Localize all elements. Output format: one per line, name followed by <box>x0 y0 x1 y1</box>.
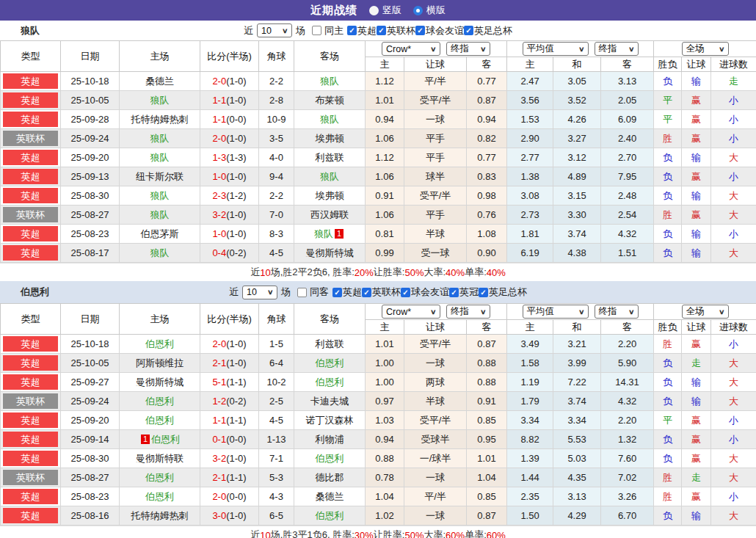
home-team-name[interactable]: 狼队 <box>150 152 170 163</box>
away-team-name[interactable]: 狼队 <box>320 76 339 87</box>
league-filter[interactable]: ✓英超 <box>347 24 377 37</box>
home-team-cell[interactable]: 曼彻斯特联 <box>120 449 200 468</box>
layout-radio-vertical[interactable]: 竖版 <box>369 4 401 17</box>
home-team-cell[interactable]: 伯恩利 <box>120 335 200 354</box>
away-team-name[interactable]: 埃弗顿 <box>316 133 344 144</box>
home-team-cell[interactable]: 曼彻斯特城 <box>120 373 200 392</box>
home-team-name[interactable]: 曼彻斯特城 <box>136 377 183 388</box>
away-team-name[interactable]: 伯恩利 <box>316 510 344 521</box>
away-team-cell[interactable]: 利兹联 <box>294 335 366 354</box>
checkbox-checked-icon[interactable]: ✓ <box>479 288 488 297</box>
fulltime-select[interactable]: 全场∨ <box>682 305 729 319</box>
league-filter[interactable]: ✓英联杯 <box>362 286 401 299</box>
checkbox-checked-icon[interactable]: ✓ <box>449 288 459 297</box>
checkbox-checked-icon[interactable]: ✓ <box>362 288 371 297</box>
away-team-cell[interactable]: 利兹联 <box>294 148 366 167</box>
home-team-cell[interactable]: 伯恩利 <box>120 411 200 430</box>
home-team-name[interactable]: 伯恩利 <box>145 338 174 349</box>
home-team-name[interactable]: 桑德兰 <box>145 76 174 87</box>
away-team-cell[interactable]: 德比郡 <box>294 468 366 487</box>
home-team-name[interactable]: 狼队 <box>150 190 170 201</box>
checkbox-unchecked-icon[interactable] <box>297 288 307 297</box>
match-count-select[interactable]: 10 ∨ <box>257 23 292 37</box>
league-filter[interactable]: ✓英足总杯 <box>464 24 512 37</box>
team-name[interactable]: 狼队 <box>21 24 40 37</box>
home-team-cell[interactable]: 阿斯顿维拉 <box>120 354 200 373</box>
home-team-name[interactable]: 伯恩利 <box>145 396 174 407</box>
away-team-cell[interactable]: 伯恩利 <box>294 449 366 468</box>
away-team-name[interactable]: 伯恩利 <box>316 377 344 388</box>
home-team-cell[interactable]: 伯恩利 <box>120 487 200 506</box>
home-team-cell[interactable]: 桑德兰 <box>120 72 200 91</box>
away-team-name[interactable]: 曼彻斯特城 <box>306 247 354 258</box>
home-team-name[interactable]: 伯恩利 <box>145 415 174 426</box>
fulltime-select[interactable]: 全场∨ <box>682 42 729 56</box>
home-team-name[interactable]: 伯恩利 <box>145 472 174 483</box>
bookmaker-select[interactable]: Crow*∨ <box>382 42 440 56</box>
home-team-cell[interactable]: 托特纳姆热刺 <box>120 506 200 526</box>
away-team-name[interactable]: 伯恩利 <box>316 453 344 464</box>
home-team-cell[interactable]: 狼队 <box>120 186 200 206</box>
home-team-cell[interactable]: 伯恩利 <box>120 468 200 487</box>
average-stage-select[interactable]: 终指∨ <box>595 42 639 56</box>
home-team-name[interactable]: 狼队 <box>150 247 170 258</box>
team-name[interactable]: 伯恩利 <box>21 286 49 299</box>
away-team-name[interactable]: 伯恩利 <box>316 357 344 368</box>
home-team-name[interactable]: 曼彻斯特联 <box>136 453 183 464</box>
away-team-name[interactable]: 利物浦 <box>316 434 344 445</box>
average-select[interactable]: 平均值∨ <box>523 305 589 319</box>
home-team-name[interactable]: 托特纳姆热刺 <box>131 510 189 521</box>
home-team-name[interactable]: 狼队 <box>150 209 170 220</box>
home-team-cell[interactable]: 狼队 <box>120 91 200 110</box>
league-filter[interactable]: ✓英超 <box>332 286 362 299</box>
away-team-cell[interactable]: 埃弗顿 <box>294 129 366 148</box>
away-team-name[interactable]: 德比郡 <box>316 472 344 483</box>
away-team-name[interactable]: 狼队 <box>320 114 339 125</box>
home-team-name[interactable]: 伯恩茅斯 <box>141 228 179 239</box>
away-team-cell[interactable]: 狼队 <box>294 167 366 186</box>
checkbox-unchecked-icon[interactable] <box>312 26 321 35</box>
away-team-name[interactable]: 诺丁汉森林 <box>306 415 354 426</box>
away-team-cell[interactable]: 埃弗顿 <box>294 186 366 206</box>
checkbox-checked-icon[interactable]: ✓ <box>415 26 425 35</box>
home-team-name[interactable]: 伯恩利 <box>145 491 174 502</box>
league-filter[interactable]: ✓球会友谊 <box>401 286 449 299</box>
home-team-cell[interactable]: 狼队 <box>120 129 200 148</box>
home-team-cell[interactable]: 伯恩茅斯 <box>120 225 200 244</box>
home-team-cell[interactable]: 纽卡斯尔联 <box>120 167 200 186</box>
odds-stage-select[interactable]: 终指∨ <box>446 42 490 56</box>
away-team-cell[interactable]: 卡迪夫城 <box>294 392 366 411</box>
away-team-cell[interactable]: 狼队1 <box>294 225 366 244</box>
away-team-cell[interactable]: 布莱顿 <box>294 91 366 110</box>
average-select[interactable]: 平均值∨ <box>523 42 589 56</box>
home-team-cell[interactable]: 狼队 <box>120 206 200 225</box>
away-team-cell[interactable]: 西汉姆联 <box>294 206 366 225</box>
home-team-cell[interactable]: 1伯恩利 <box>120 430 200 449</box>
checkbox-checked-icon[interactable]: ✓ <box>464 26 473 35</box>
checkbox-checked-icon[interactable]: ✓ <box>377 26 386 35</box>
same-venue-filter[interactable]: 同主 <box>312 24 344 37</box>
checkbox-checked-icon[interactable]: ✓ <box>332 288 342 297</box>
match-count-select[interactable]: 10 ∨ <box>242 286 277 299</box>
away-team-cell[interactable]: 曼彻斯特城 <box>294 244 366 263</box>
same-venue-filter[interactable]: 同客 <box>297 286 329 299</box>
away-team-name[interactable]: 埃弗顿 <box>316 190 344 201</box>
radio-unchecked-icon[interactable] <box>369 6 379 15</box>
layout-radio-horizontal[interactable]: 横版 <box>413 4 446 17</box>
away-team-name[interactable]: 狼队 <box>314 228 333 239</box>
away-team-name[interactable]: 卡迪夫城 <box>310 396 349 407</box>
home-team-name[interactable]: 狼队 <box>150 95 170 106</box>
league-filter[interactable]: ✓球会友谊 <box>415 24 464 37</box>
checkbox-checked-icon[interactable]: ✓ <box>401 288 410 297</box>
home-team-cell[interactable]: 伯恩利 <box>120 392 200 411</box>
odds-stage-select[interactable]: 终指∨ <box>446 305 490 319</box>
home-team-cell[interactable]: 狼队 <box>120 244 200 263</box>
average-stage-select[interactable]: 终指∨ <box>595 305 639 319</box>
away-team-name[interactable]: 布莱顿 <box>316 95 344 106</box>
away-team-name[interactable]: 西汉姆联 <box>310 209 349 220</box>
home-team-name[interactable]: 纽卡斯尔联 <box>136 171 183 182</box>
home-team-name[interactable]: 阿斯顿维拉 <box>136 357 183 368</box>
away-team-name[interactable]: 桑德兰 <box>316 491 344 502</box>
home-team-cell[interactable]: 狼队 <box>120 148 200 167</box>
away-team-cell[interactable]: 狼队 <box>294 110 366 129</box>
